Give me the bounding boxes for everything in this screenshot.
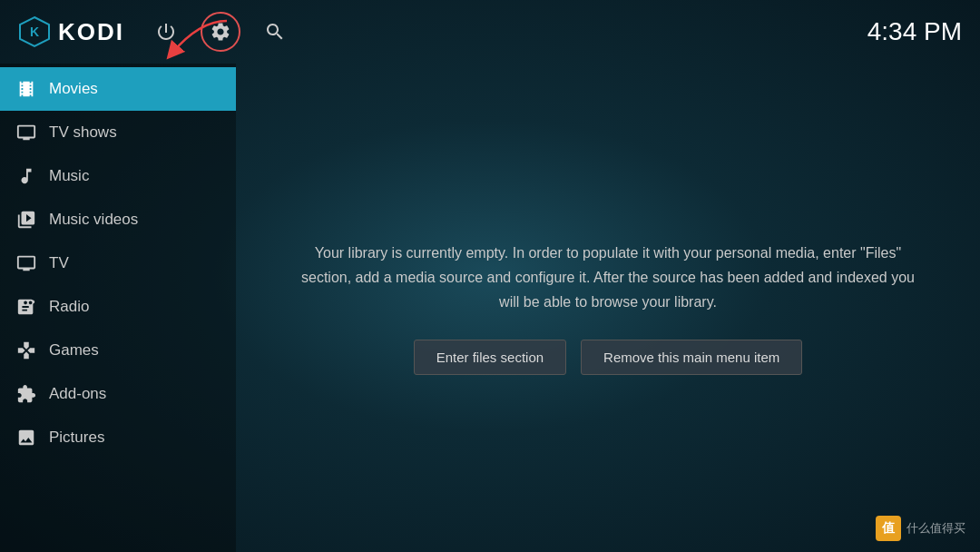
sidebar-item-music[interactable]: Music	[0, 154, 236, 198]
watermark: 值 什么值得买	[876, 516, 965, 541]
search-icon	[264, 21, 286, 43]
music-icon	[16, 166, 36, 186]
movies-icon	[16, 79, 36, 99]
svg-text:K: K	[30, 25, 39, 39]
main-layout: Movies TV shows Music Music videos TV	[0, 64, 980, 552]
content-area: Your library is currently empty. In orde…	[236, 64, 980, 552]
empty-library-message: Your library is currently empty. In orde…	[290, 241, 926, 315]
search-button[interactable]	[257, 14, 293, 50]
sidebar-label-tv: TV	[49, 254, 69, 272]
tv-icon	[16, 253, 36, 273]
addons-icon	[16, 384, 36, 404]
watermark-text: 什么值得买	[906, 520, 965, 537]
sidebar-item-pictures[interactable]: Pictures	[0, 416, 236, 459]
musicvideos-icon	[16, 210, 36, 230]
sidebar-label-addons: Add-ons	[49, 385, 106, 403]
enter-files-button[interactable]: Enter files section	[414, 340, 566, 375]
sidebar-item-games[interactable]: Games	[0, 329, 236, 372]
sidebar-item-tv[interactable]: TV	[0, 242, 236, 285]
kodi-logo: K KODI	[18, 15, 124, 48]
sidebar-item-musicvideos[interactable]: Music videos	[0, 198, 236, 242]
time-display: 4:34 PM	[867, 17, 962, 46]
sidebar: Movies TV shows Music Music videos TV	[0, 64, 236, 552]
sidebar-item-addons[interactable]: Add-ons	[0, 372, 236, 416]
sidebar-label-musicvideos: Music videos	[49, 211, 138, 229]
sidebar-label-games: Games	[49, 341, 99, 360]
kodi-logo-icon: K	[18, 15, 51, 48]
sidebar-label-music: Music	[49, 167, 89, 185]
tvshows-icon	[16, 123, 36, 143]
sidebar-label-pictures: Pictures	[49, 429, 104, 447]
sidebar-item-tvshows[interactable]: TV shows	[0, 111, 236, 154]
sidebar-label-tvshows: TV shows	[49, 123, 117, 142]
games-icon	[16, 340, 36, 360]
sidebar-label-radio: Radio	[49, 298, 89, 316]
app-title: KODI	[58, 18, 124, 46]
content-buttons: Enter files section Remove this main men…	[414, 340, 803, 375]
radio-icon	[16, 297, 36, 317]
sidebar-label-movies: Movies	[49, 80, 98, 98]
remove-menu-item-button[interactable]: Remove this main menu item	[581, 340, 802, 375]
sidebar-item-radio[interactable]: Radio	[0, 285, 236, 329]
header: K KODI	[0, 0, 980, 64]
arrow-annotation	[154, 16, 245, 74]
pictures-icon	[16, 428, 36, 448]
watermark-logo: 值	[876, 516, 901, 541]
